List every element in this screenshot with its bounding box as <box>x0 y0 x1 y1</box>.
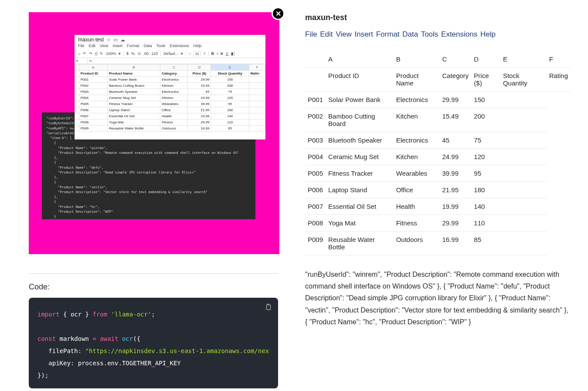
grid-table: A B C D E F Product IDProduct NameCatego… <box>75 64 265 132</box>
col-letter-row: A B C D E F <box>305 51 571 68</box>
data-table: A B C D E F Product ID Product Name Cate… <box>305 51 571 255</box>
grid-row: P007Essential Oil SetHealth19.99140 <box>75 113 265 119</box>
table-row: P001Solar Power BankElectronics29.99150 <box>305 92 571 108</box>
r-menu-data: Data <box>402 30 418 38</box>
currency-btn[interactable]: $ <box>126 51 129 56</box>
strike-btn[interactable]: S <box>221 51 223 56</box>
percent-btn[interactable]: % <box>131 51 135 56</box>
redo-icon[interactable]: ↷ <box>89 51 92 56</box>
menu-file[interactable]: File <box>78 44 85 48</box>
json-paragraph: "runByUserId": "winrem", "Product Descri… <box>305 269 571 328</box>
page-title: maxun-test <box>305 13 571 22</box>
italic-btn[interactable]: I <box>217 51 218 56</box>
r-menu-file: File <box>305 30 317 38</box>
move-icon: ▭ <box>113 37 118 43</box>
print-icon[interactable]: ⎙ <box>95 51 97 56</box>
table-row: P008Yoga MatFitness29.99110 <box>305 215 571 231</box>
fill-icon[interactable]: ◧ <box>231 51 235 56</box>
r-menu-format: Format <box>376 30 400 38</box>
fontsize-plus[interactable]: + <box>204 51 206 56</box>
header-row: Product ID Product Name Category Price (… <box>305 68 571 92</box>
copy-button[interactable] <box>263 302 273 312</box>
dec-minus-btn[interactable]: .0 <box>137 51 141 56</box>
spreadsheet-thumbnail: maxun-test ☆ ▭ ☁ File Edit View Insert F… <box>75 35 265 139</box>
grid-row: P008Yoga MatFitness29.99110 <box>75 119 265 126</box>
grid-header-row: Product IDProduct NameCategoryPrice ($)S… <box>75 71 265 77</box>
r-menu-edit: Edit <box>320 30 333 38</box>
sheet-menubar: File Edit View Insert Format Data Tools … <box>75 43 265 50</box>
r-menu-tools: Tools <box>421 30 438 38</box>
menu-help[interactable]: Help <box>193 44 201 48</box>
grid-row: P003Bluetooth SpeakerElectronics4575 <box>75 89 265 95</box>
table-row: P007Essential Oil SetHealth19.99140 <box>305 198 571 215</box>
table-row: P004Ceramic Mug SetKitchen24.99120 <box>305 149 571 165</box>
menu-tools[interactable]: Tools <box>156 44 165 48</box>
r-menu-insert: Insert <box>354 30 373 38</box>
menubar-text: File Edit View Insert Format Data Tools … <box>305 30 571 39</box>
cloud-icon: ☁ <box>120 37 125 43</box>
dec-plus-btn[interactable]: .00 <box>143 51 149 56</box>
menu-data[interactable]: Data <box>143 44 152 48</box>
bold-btn[interactable]: B <box>211 51 214 56</box>
divider <box>29 273 278 274</box>
menu-format[interactable]: Format <box>127 44 139 48</box>
cell-ref[interactable]: ▾ <box>75 58 88 64</box>
menu-insert[interactable]: Insert <box>112 44 122 48</box>
clipboard-icon <box>265 303 272 310</box>
right-column: maxun-test File Edit View Insert Format … <box>292 0 588 391</box>
grid-row: P006Laptop StandOffice21.95180 <box>75 107 265 113</box>
table-row: P006Laptop StandOffice21.95180 <box>305 182 571 198</box>
paint-icon[interactable]: ✎ <box>100 51 103 56</box>
zoom-level[interactable]: 100% <box>106 51 116 56</box>
grid-row: P001Solar Power BankElectronics29.99150 <box>75 77 265 83</box>
grid-row: P004Ceramic Mug SetKitchen24.99120 <box>75 95 265 101</box>
r-menu-extensions: Extensions <box>441 30 477 38</box>
undo-icon[interactable]: ↶ <box>83 51 86 56</box>
close-button[interactable]: ✕ <box>272 7 285 20</box>
table-row: P009Reusable Water BottleOutdoors16.9985 <box>305 231 571 255</box>
num-format-btn[interactable]: 123 <box>151 51 158 56</box>
screenshot-frame: ✕ "runByUserId": "runBySchedule": "runBy… <box>29 12 279 254</box>
menu-view[interactable]: View <box>100 44 108 48</box>
table-row: P003Bluetooth SpeakerElectronics4575 <box>305 132 571 149</box>
code-heading: Code: <box>29 282 278 292</box>
textcolor-btn[interactable]: A <box>226 51 228 56</box>
font-select[interactable]: Defaul... <box>163 51 178 56</box>
fontsize-box[interactable]: 10 <box>194 51 201 56</box>
formula-bar: ▾ fx <box>75 58 265 64</box>
menu-extensions[interactable]: Extensions <box>170 44 189 48</box>
svg-rect-0 <box>267 305 271 310</box>
grid-row: P005Fitness TrackerWearables39.9995 <box>75 101 265 107</box>
r-menu-view: View <box>336 30 352 38</box>
code-block: import { ocr } from 'llama-ocr'; const m… <box>29 298 278 388</box>
sheet-title: maxun-test <box>78 37 104 43</box>
fontsize-minus[interactable]: – <box>189 51 191 56</box>
fx-label: fx <box>88 58 94 64</box>
menu-edit[interactable]: Edit <box>89 44 96 48</box>
grid-row: P009Reusable Water BottleOutdoors16.9985 <box>75 126 265 132</box>
star-icon: ☆ <box>106 37 111 43</box>
left-column: ✕ "runByUserId": "runBySchedule": "runBy… <box>0 0 292 391</box>
sheet-toolbar: ⌕ ↶ ↷ ⎙ ✎ 100%▾ $ % .0 .00 123 Defaul...… <box>75 50 265 58</box>
search-icon[interactable]: ⌕ <box>78 51 80 56</box>
col-letter-row: A B C D E F <box>75 65 265 71</box>
r-menu-help: Help <box>480 30 496 38</box>
close-icon: ✕ <box>275 10 281 18</box>
table-row: P002Bamboo Cutting BoardKitchen15.49200 <box>305 108 571 132</box>
table-row: P005Fitness TrackerWearables39.9995 <box>305 165 571 182</box>
grid-row: P002Bamboo Cutting BoardKitchen15.49200 <box>75 83 265 89</box>
